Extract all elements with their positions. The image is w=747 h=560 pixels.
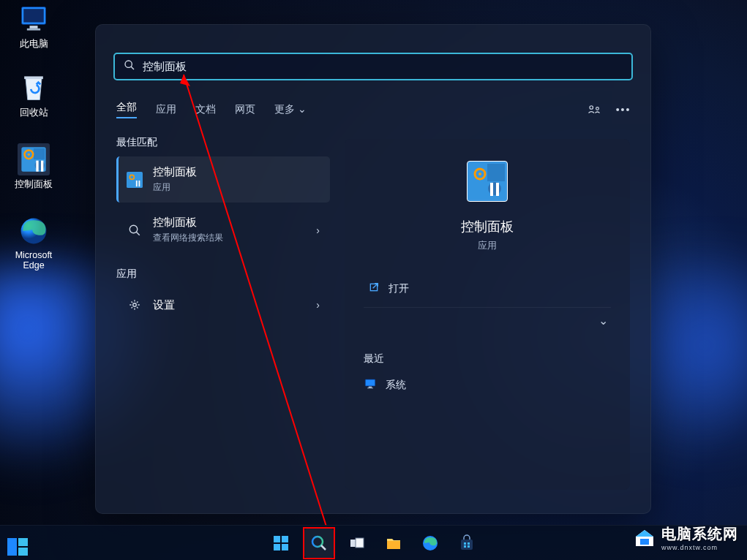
- result-title: 控制面板: [153, 216, 223, 230]
- open-icon: [368, 281, 380, 295]
- apps-section-label: 应用: [116, 268, 330, 281]
- result-title: 控制面板: [153, 165, 197, 179]
- svg-line-14: [131, 67, 134, 69]
- edge-icon: [18, 215, 50, 247]
- desktop-icon-recycle-bin[interactable]: 回收站: [6, 72, 61, 119]
- control-panel-icon: [467, 161, 508, 202]
- svg-rect-53: [464, 545, 466, 548]
- detail-subtitle: 应用: [364, 240, 611, 252]
- monitor-icon: [364, 377, 377, 393]
- recent-label: 最近: [364, 352, 611, 366]
- watermark-logo-icon: [634, 527, 656, 549]
- svg-rect-32: [365, 379, 375, 386]
- open-action[interactable]: 打开: [364, 273, 611, 304]
- start-button[interactable]: [266, 529, 296, 558]
- store-button[interactable]: [452, 529, 481, 558]
- svg-line-45: [321, 545, 326, 550]
- result-title: 设置: [153, 298, 175, 312]
- desktop-icon-label: 此电脑: [6, 38, 61, 50]
- control-panel-icon: [127, 172, 143, 188]
- desktop-icon-edge[interactable]: Microsoft Edge: [6, 215, 61, 270]
- svg-rect-42: [274, 544, 280, 550]
- tab-documents[interactable]: 文档: [195, 103, 216, 116]
- svg-point-16: [596, 107, 599, 110]
- desktop-icon-label: 控制面板: [6, 178, 61, 191]
- file-explorer-button[interactable]: [379, 529, 408, 558]
- recent-item-system[interactable]: 系统: [364, 377, 611, 393]
- taskbar-widgets[interactable]: [7, 538, 29, 556]
- gear-icon: [127, 297, 143, 313]
- result-subtitle: 查看网络搜索结果: [153, 232, 223, 244]
- svg-rect-17: [127, 172, 143, 188]
- desktop-icon-label: Microsoft Edge: [6, 250, 61, 270]
- svg-rect-11: [41, 161, 43, 172]
- svg-rect-20: [139, 180, 140, 186]
- watermark-url: www.dnxtw.com: [661, 544, 738, 551]
- computer-icon: [18, 3, 50, 35]
- svg-rect-47: [356, 538, 364, 548]
- svg-point-15: [590, 106, 593, 110]
- svg-rect-50: [461, 540, 473, 550]
- tab-all[interactable]: 全部: [116, 101, 137, 118]
- tab-apps[interactable]: 应用: [156, 103, 176, 116]
- tab-web[interactable]: 网页: [235, 103, 255, 116]
- svg-rect-38: [18, 538, 28, 546]
- svg-rect-43: [282, 544, 288, 550]
- svg-rect-3: [27, 29, 40, 31]
- watermark: 电脑系统网 www.dnxtw.com: [634, 524, 738, 551]
- svg-rect-29: [490, 183, 493, 196]
- svg-point-28: [488, 182, 501, 195]
- desktop-icon-control-panel[interactable]: 控制面板: [6, 143, 61, 191]
- result-control-panel[interactable]: 控制面板 应用: [116, 156, 330, 203]
- svg-rect-33: [369, 387, 372, 388]
- svg-rect-40: [274, 536, 280, 542]
- svg-rect-52: [468, 542, 470, 545]
- desktop-icon-label: 回收站: [6, 107, 61, 119]
- svg-rect-51: [464, 542, 466, 545]
- svg-point-27: [478, 173, 481, 175]
- svg-point-8: [28, 154, 30, 156]
- chevron-right-icon: ›: [316, 224, 320, 236]
- task-view-button[interactable]: [342, 529, 372, 558]
- edge-button[interactable]: [416, 529, 445, 558]
- svg-point-21: [129, 225, 138, 233]
- more-options-icon[interactable]: •••: [617, 103, 630, 116]
- taskbar-search-button[interactable]: [303, 527, 335, 559]
- svg-line-22: [136, 232, 140, 235]
- svg-rect-25: [487, 164, 505, 181]
- result-settings[interactable]: 设置 ›: [116, 288, 330, 322]
- svg-rect-39: [18, 548, 28, 556]
- result-subtitle: 应用: [153, 181, 197, 194]
- search-icon: [124, 59, 135, 74]
- search-box[interactable]: [113, 53, 633, 80]
- svg-rect-37: [7, 538, 17, 556]
- detail-pane: 控制面板 应用 打开 ⌄ 最近 系统: [345, 139, 630, 490]
- svg-rect-30: [496, 183, 499, 196]
- best-match-label: 最佳匹配: [116, 136, 330, 149]
- svg-rect-41: [282, 536, 288, 542]
- svg-rect-19: [136, 180, 138, 186]
- open-label: 打开: [388, 282, 409, 295]
- watermark-title: 电脑系统网: [661, 524, 738, 544]
- svg-point-23: [133, 303, 137, 307]
- search-icon: [127, 222, 143, 238]
- svg-rect-10: [36, 161, 38, 172]
- desktop-icon-this-pc[interactable]: 此电脑: [6, 3, 61, 50]
- control-panel-icon: [18, 143, 50, 175]
- svg-rect-48: [387, 541, 400, 549]
- recent-item-label: 系统: [386, 379, 406, 392]
- search-panel: 全部 应用 文档 网页 更多 ⌄ ••• 最佳匹配 控制面板 应用: [95, 24, 651, 514]
- account-icon[interactable]: [588, 103, 601, 116]
- svg-rect-54: [468, 545, 470, 548]
- svg-rect-6: [34, 148, 45, 159]
- chevron-right-icon: ›: [316, 299, 320, 311]
- svg-rect-2: [30, 26, 38, 29]
- search-tabs: 全部 应用 文档 网页 更多 ⌄ •••: [116, 101, 630, 118]
- svg-point-44: [312, 537, 323, 547]
- tab-more[interactable]: 更多 ⌄: [274, 103, 307, 116]
- svg-point-13: [125, 61, 132, 67]
- svg-rect-34: [367, 387, 373, 388]
- chevron-down-icon[interactable]: ⌄: [598, 314, 608, 328]
- result-web-search[interactable]: 控制面板 查看网络搜索结果 ›: [116, 207, 330, 253]
- search-input[interactable]: [143, 61, 623, 73]
